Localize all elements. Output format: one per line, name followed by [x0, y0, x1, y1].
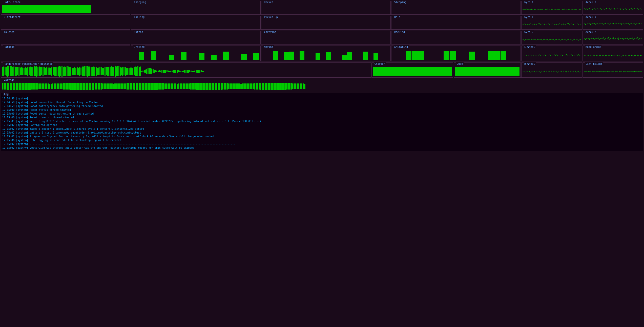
- log-line: 12:15:02 [system] Configured options:: [2, 123, 642, 127]
- held-content: [391, 16, 521, 29]
- panel-pathing: Pathing: [1, 46, 130, 61]
- accel-z-label: Accel Z: [585, 31, 597, 33]
- panel-sleeping: Sleeping: [391, 1, 521, 15]
- panel-driving: Driving: [131, 46, 260, 61]
- log-line: 12:15:00 [system] Robot director thread …: [2, 116, 642, 119]
- panel-lift-height: Lift height: [583, 62, 643, 78]
- log-line: 12:15:02 [system] ----------------------…: [2, 142, 642, 146]
- lift-height-waveform: [584, 67, 642, 76]
- log-line: 12:14:59 [system] Robot battery/dock dat…: [2, 104, 642, 108]
- voltage-bars: [2, 82, 642, 91]
- gyro-y-waveform: [523, 19, 581, 28]
- row-4: Pathing Driving Moving Animating: [1, 45, 643, 62]
- log-line: 12:15:06 [system] File logging is enable…: [2, 138, 642, 142]
- l-wheel-waveform: [523, 50, 581, 59]
- touched-content: [1, 31, 130, 44]
- row-6: Voltage: [1, 78, 643, 92]
- picked-up-content: [261, 16, 390, 29]
- moving-content: [261, 46, 390, 61]
- panel-cube: Cube: [454, 62, 521, 78]
- rangefinder-bars: [2, 66, 370, 76]
- row-2: Cliffdetect Falling Picked up Held Gyro …: [1, 15, 643, 30]
- rangefinder-content: [1, 63, 371, 77]
- accel-y-label: Accel Y: [585, 16, 597, 18]
- panel-moving: Moving: [261, 46, 391, 61]
- dashboard: Batt. state Charging Docked Sleeping Gyr…: [0, 0, 644, 152]
- pathing-label: Pathing: [3, 46, 15, 48]
- log-content: 12:14:58 [system] ----------------------…: [1, 93, 643, 151]
- panel-gyro-y: Gyro Y: [521, 16, 582, 30]
- head-angle-label: Head angle: [585, 46, 601, 48]
- panel-gyro-z: Gyro Z: [521, 31, 582, 45]
- cliffdetect-label: Cliffdetect: [3, 16, 21, 18]
- log-line: 12:15:02 [system] Program configured for…: [2, 135, 642, 138]
- charging-content: [131, 1, 260, 14]
- l-wheel-label: L Wheel: [524, 46, 536, 48]
- falling-content: [131, 16, 260, 29]
- panel-falling: Falling: [131, 16, 260, 30]
- row-5: Rangefinder rangefinder distance Charger…: [1, 62, 643, 78]
- panel-l-wheel: L Wheel: [521, 46, 582, 61]
- log-line: 12:15:02 [system] faces:0,speech:1,cube:…: [2, 127, 642, 131]
- moving-label: Moving: [263, 46, 274, 48]
- r-wheel-waveform: [523, 67, 581, 76]
- r-wheel-label: R Wheel: [524, 62, 536, 65]
- gyro-x-label: Gyro X: [524, 1, 534, 4]
- panel-picked-up: Picked up: [261, 16, 391, 30]
- panel-animating: Animating: [391, 46, 521, 61]
- animating-content: [391, 46, 521, 61]
- panel-accel-y: Accel Y: [583, 16, 643, 30]
- panel-button: Button: [131, 31, 260, 45]
- charging-label: Charging: [133, 1, 147, 4]
- button-label: Button: [133, 31, 144, 33]
- panel-gyro-x: Gyro X: [521, 1, 582, 15]
- docked-content: [261, 1, 390, 14]
- row-3: Touched Button Carrying Docking Gyro Z: [1, 30, 643, 45]
- panel-accel-z: Accel Z: [583, 31, 643, 45]
- panel-cliffdetect: Cliffdetect: [1, 16, 130, 30]
- accel-y-waveform: [584, 19, 642, 28]
- docked-label: Docked: [263, 1, 274, 4]
- moving-bars: [262, 49, 389, 60]
- charger-bar: [373, 67, 452, 76]
- cube-bar: [455, 67, 520, 76]
- driving-label: Driving: [133, 46, 145, 48]
- panel-r-wheel: R Wheel: [521, 62, 582, 78]
- accel-x-label: Accel X: [585, 1, 597, 4]
- log-line: 12:14:58 [system] ----------------------…: [2, 97, 642, 100]
- log-line: 12:14:58 [system] robot_connection_threa…: [2, 100, 642, 104]
- log-section: Log 12:14:58 [system] ------------------…: [1, 93, 643, 151]
- log-line: 12:15:01 [system] VectorDiag 0.9.0 start…: [2, 119, 642, 123]
- rangefinder-label: Rangefinder rangefinder distance: [3, 62, 53, 65]
- carrying-label: Carrying: [263, 31, 277, 33]
- touched-label: Touched: [3, 31, 15, 33]
- driving-bars: [132, 49, 259, 60]
- docking-content: [391, 31, 521, 44]
- log-line: 12:15:00 [system] Robot status thread st…: [2, 108, 642, 112]
- log-line: 12:15:00 [system] Robot sensor data gath…: [2, 112, 642, 116]
- animating-bars: [392, 49, 520, 60]
- panel-charger: Charger: [371, 62, 453, 78]
- pathing-content: [1, 46, 130, 61]
- log-line: 12:15:02 [battry] VectorDiag was started…: [2, 146, 642, 150]
- log-label: Log: [3, 93, 9, 96]
- voltage-content: [1, 79, 643, 92]
- panel-carrying: Carrying: [261, 31, 391, 45]
- panel-rangefinder: Rangefinder rangefinder distance: [1, 62, 371, 78]
- lift-height-label: Lift height: [585, 62, 603, 65]
- log-line: 12:15:02 [system] battery:0,misc:0,camer…: [2, 131, 642, 135]
- panel-head-angle: Head angle: [583, 46, 643, 61]
- button-content: [131, 31, 260, 44]
- panel-held: Held: [391, 16, 521, 30]
- cube-content: [454, 63, 521, 77]
- carrying-content: [261, 31, 390, 44]
- panel-batt-state: Batt. state: [1, 1, 130, 15]
- driving-content: [131, 46, 260, 61]
- sleeping-label: Sleeping: [393, 1, 407, 4]
- held-label: Held: [393, 16, 401, 18]
- sleeping-content: [391, 1, 521, 14]
- batt-state-label: Batt. state: [3, 1, 21, 4]
- batt-state-bar: [2, 5, 91, 13]
- voltage-label: Voltage: [3, 79, 15, 81]
- panel-docked: Docked: [261, 1, 391, 15]
